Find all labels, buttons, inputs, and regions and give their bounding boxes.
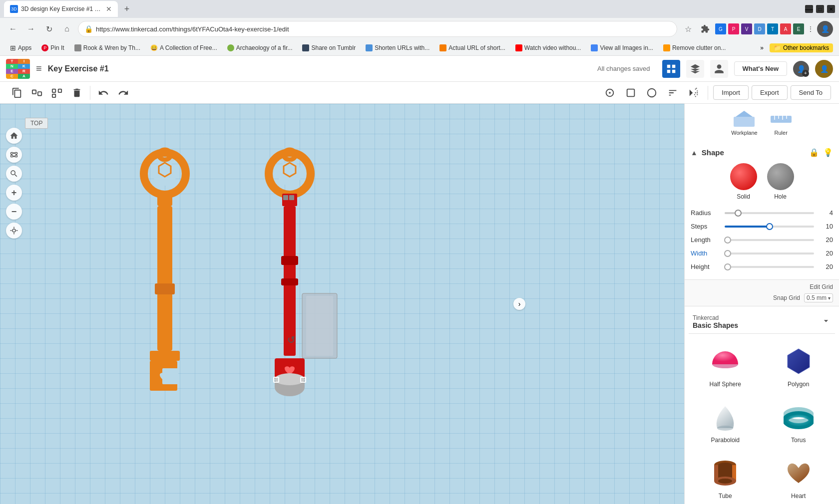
bookmark-collection[interactable]: 😀 A Collection of Free...	[146, 43, 221, 53]
ruler-button[interactable]: Ruler	[770, 110, 793, 136]
extensions-puzzle-button[interactable]	[698, 22, 712, 36]
shape-tube[interactable]: Tube	[691, 452, 760, 504]
active-tab[interactable]: 3D 3D design Key Exercise #1 | Tinkercad…	[4, 1, 118, 17]
back-button[interactable]: ←	[6, 22, 20, 36]
home-button[interactable]: ⌂	[60, 22, 74, 36]
user-avatar[interactable]: 👤	[815, 60, 833, 78]
grid-view-button[interactable]	[662, 60, 680, 78]
radius-slider[interactable]	[725, 212, 814, 214]
bookmark-images[interactable]: View all Images in...	[587, 43, 657, 53]
width-slider[interactable]	[725, 252, 814, 254]
send-to-button[interactable]: Send To	[791, 85, 831, 100]
copy-tool-button[interactable]	[8, 84, 26, 102]
zoom-all-button[interactable]	[6, 166, 22, 182]
snap-tool-button[interactable]	[601, 84, 619, 102]
zoom-out-button[interactable]: −	[6, 204, 22, 220]
bookmark-shorten[interactable]: Shorten URLs with...	[362, 43, 433, 53]
radius-value: 4	[818, 209, 833, 217]
pinterest-ext-button[interactable]: P	[728, 23, 739, 34]
bookmark-rook[interactable]: Rook & Wren by Th...	[70, 43, 144, 53]
zoom-in-button[interactable]: +	[6, 185, 22, 201]
redo-button[interactable]	[114, 84, 132, 102]
bookmark-pinit[interactable]: P Pin It	[37, 43, 68, 53]
bookmark-actual[interactable]: Actual URL of short...	[435, 43, 509, 53]
user-add-button[interactable]: 👤 +	[793, 61, 809, 77]
export-button[interactable]: Export	[752, 85, 788, 100]
shape-paraboloid[interactable]: Paraboloid	[691, 396, 760, 448]
svg-rect-45	[734, 117, 755, 127]
address-bar[interactable]: 🔒 https://www.tinkercad.com/things/6tYFA…	[78, 21, 677, 37]
height-label: Height	[691, 263, 721, 270]
group-tool-button[interactable]	[28, 84, 46, 102]
person-view-button[interactable]	[710, 60, 728, 78]
more-bookmarks-button[interactable]: »	[760, 44, 764, 51]
bookmarks-bar: ⊞ Apps P Pin It Rook & Wren by Th... 😀 A…	[0, 40, 839, 56]
ext4-button[interactable]: D	[754, 23, 765, 34]
ext5-button[interactable]: T	[767, 23, 778, 34]
minimize-button[interactable]: —	[805, 5, 813, 13]
3d-view-button[interactable]	[686, 60, 704, 78]
radius-row: Radius 4	[691, 206, 833, 220]
project-title: Key Exercise #1	[48, 64, 591, 73]
profile-avatar[interactable]: 👤	[817, 21, 833, 37]
ext3-button[interactable]: V	[741, 23, 752, 34]
svg-rect-3	[672, 69, 675, 72]
bookmark-star-button[interactable]: ☆	[681, 22, 695, 36]
shape-polygon[interactable]: Polygon	[764, 340, 834, 392]
hole-type-button[interactable]: Hole	[767, 163, 794, 200]
undo-button[interactable]	[94, 84, 112, 102]
tab-close-button[interactable]: ✕	[106, 5, 112, 13]
snap-value-selector[interactable]: 0.5 mm ▾	[804, 293, 833, 302]
bookmark-tumblr[interactable]: Share on Tumblr	[298, 43, 360, 53]
width-label: Width	[691, 250, 721, 257]
shape-collapse-button[interactable]: ▲	[691, 149, 698, 157]
shape-info-button[interactable]: 💡	[823, 148, 833, 157]
home-view-button[interactable]	[6, 128, 22, 144]
align-tool-button[interactable]	[664, 84, 682, 102]
bookmark-archaeology[interactable]: Archaeology of a fir...	[223, 43, 297, 53]
canvas-area[interactable]: TOP + −	[0, 104, 684, 504]
solid-label: Solid	[737, 193, 750, 200]
circle-tool-button[interactable]	[643, 84, 661, 102]
svg-marker-53	[788, 349, 810, 374]
logo-k: K	[18, 64, 30, 69]
library-dropdown-button[interactable]	[821, 316, 831, 328]
refresh-button[interactable]: ↻	[42, 22, 56, 36]
ext7-button[interactable]: E	[793, 23, 804, 34]
bookmark-clutter[interactable]: Remove clutter on...	[659, 43, 730, 53]
forward-button[interactable]: →	[24, 22, 38, 36]
other-bookmarks[interactable]: 📁 Other bookmarks	[770, 43, 833, 52]
steps-slider[interactable]	[725, 226, 814, 228]
mirror-tool-button[interactable]	[685, 84, 703, 102]
hamburger-menu-button[interactable]: ≡	[36, 63, 42, 74]
panel-collapse-button[interactable]: ›	[513, 298, 525, 310]
import-button[interactable]: Import	[713, 85, 749, 100]
zoom-fit-button[interactable]	[6, 223, 22, 239]
ungroup-tool-button[interactable]	[48, 84, 66, 102]
height-slider[interactable]	[725, 266, 814, 268]
shape-heart[interactable]: Heart	[764, 452, 834, 504]
bookmark-apps[interactable]: ⊞ Apps	[6, 42, 35, 53]
google-ext-button[interactable]: G	[715, 23, 726, 34]
delete-tool-button[interactable]	[68, 84, 86, 102]
edit-grid-button[interactable]: Edit Grid	[691, 282, 833, 292]
box-tool-button[interactable]	[622, 84, 640, 102]
shape-torus[interactable]: Torus	[764, 396, 834, 448]
maximize-button[interactable]: □	[816, 5, 824, 13]
bookmark-watch[interactable]: Watch video withou...	[511, 43, 585, 53]
length-slider[interactable]	[725, 239, 814, 241]
shape-lock-button[interactable]: 🔒	[809, 148, 819, 157]
solid-type-button[interactable]: Solid	[730, 163, 757, 200]
ext6-button[interactable]: A	[780, 23, 791, 34]
new-tab-button[interactable]: +	[120, 2, 134, 16]
orbit-view-button[interactable]	[6, 147, 22, 163]
shape-half-sphere[interactable]: Half Sphere	[691, 340, 760, 392]
svg-rect-4	[32, 90, 36, 93]
close-button[interactable]: ✕	[827, 5, 835, 13]
width-value: 20	[818, 250, 833, 257]
library-header: Tinkercad Basic Shapes	[689, 310, 835, 334]
workplane-button[interactable]: Workplane	[731, 110, 757, 136]
tinkercad-logo[interactable]: T I N K E R C A	[6, 59, 30, 79]
whats-new-button[interactable]: What's New	[734, 61, 787, 76]
more-tools-button[interactable]: ⋮	[807, 25, 814, 33]
